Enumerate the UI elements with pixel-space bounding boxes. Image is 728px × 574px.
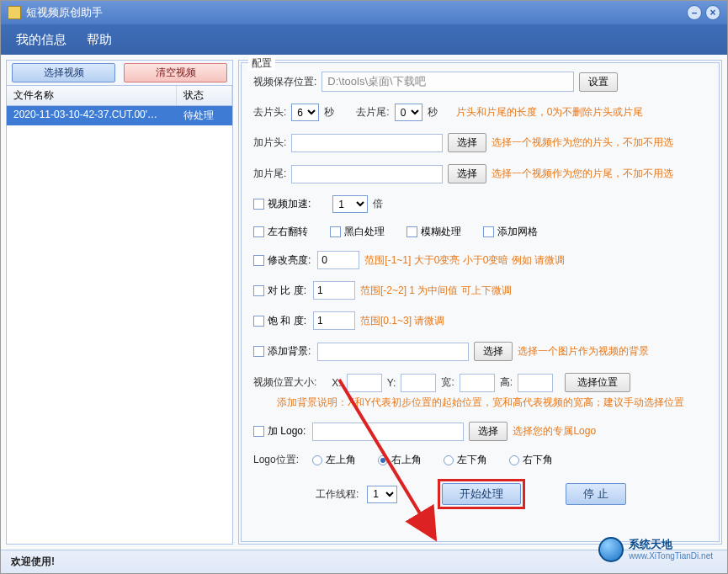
- pos-size-label: 视频位置大小:: [253, 375, 316, 390]
- clear-video-button[interactable]: 清空视频: [124, 63, 227, 82]
- add-tail-input[interactable]: [291, 165, 443, 183]
- pos-y-input[interactable]: [401, 374, 436, 392]
- logo-pick-button[interactable]: 选择: [469, 422, 507, 441]
- radio-bottom-left[interactable]: 左下角: [444, 453, 487, 467]
- minimize-button[interactable]: –: [687, 5, 702, 20]
- add-head-pick-button[interactable]: 选择: [448, 133, 486, 152]
- file-table-header: 文件名称 状态: [7, 86, 232, 106]
- saturation-input[interactable]: [313, 311, 355, 330]
- watermark: 系统天地 www.XiTongTianDi.net: [598, 537, 713, 562]
- pos-pick-button[interactable]: 选择位置: [565, 373, 630, 392]
- file-table: 文件名称 状态 2020-11-03-10-42-37.CUT.00'… 待处理: [7, 86, 232, 544]
- checkbox-icon: [253, 255, 264, 266]
- contrast-input[interactable]: [313, 281, 355, 300]
- saturation-hint: 范围[0.1~3] 请微调: [360, 314, 444, 328]
- close-button[interactable]: ×: [705, 5, 720, 20]
- table-row[interactable]: 2020-11-03-10-42-37.CUT.00'… 待处理: [7, 106, 232, 125]
- add-head-input[interactable]: [291, 134, 443, 152]
- checkbox-icon: [483, 226, 494, 237]
- pos-hint: 添加背景说明：X和Y代表初步位置的起始位置，宽和高代表视频的宽高；建议手动选择位…: [277, 396, 684, 410]
- pos-h-input[interactable]: [518, 374, 553, 392]
- radio-icon: [509, 455, 519, 465]
- file-list-panel: 选择视频 清空视频 文件名称 状态 2020-11-03-10-42-37.CU…: [6, 60, 233, 545]
- file-toolbar: 选择视频 清空视频: [7, 61, 232, 86]
- watermark-title: 系统天地: [629, 539, 713, 550]
- grid-checkbox[interactable]: 添加网格: [483, 225, 538, 239]
- pos-y-label: Y:: [387, 377, 396, 389]
- pos-w-label: 宽:: [441, 375, 454, 390]
- radio-icon: [378, 455, 388, 465]
- sec-unit-2: 秒: [428, 105, 438, 120]
- speed-unit: 倍: [373, 197, 383, 211]
- bw-checkbox[interactable]: 黑白处理: [330, 225, 385, 239]
- brightness-input[interactable]: [317, 251, 359, 269]
- pos-h-label: 高:: [500, 375, 513, 390]
- save-path-input[interactable]: [321, 72, 574, 92]
- brightness-checkbox[interactable]: 修改亮度:: [253, 253, 311, 268]
- menu-my-info[interactable]: 我的信息: [16, 32, 66, 48]
- radio-icon: [312, 455, 322, 465]
- radio-bottom-right[interactable]: 右下角: [509, 453, 553, 467]
- contrast-hint: 范围[-2~2] 1 为中间值 可上下微调: [360, 284, 512, 298]
- column-status: 状态: [177, 86, 232, 105]
- trim-start-label: 去片头:: [253, 105, 286, 120]
- status-text: 欢迎使用!: [11, 555, 55, 569]
- stop-button[interactable]: 停 止: [566, 483, 626, 505]
- logo-checkbox[interactable]: 加 Logo:: [253, 424, 306, 438]
- start-highlight: 开始处理: [438, 479, 525, 509]
- radio-top-right[interactable]: 右上角: [378, 453, 422, 467]
- add-head-label: 加片头:: [253, 136, 286, 150]
- config-panel: 配置 视频保存位置: 设置 去片头: 6 秒 去片尾: 0 秒 片头和片尾的长度…: [238, 60, 722, 545]
- contrast-checkbox[interactable]: 对 比 度:: [253, 284, 306, 298]
- background-checkbox[interactable]: 添加背景:: [253, 344, 311, 359]
- checkbox-icon: [253, 285, 264, 296]
- globe-icon: [598, 537, 624, 562]
- speed-select[interactable]: 1: [332, 195, 368, 213]
- add-tail-hint: 选择一个视频作为您的片尾，不加不用选: [492, 167, 673, 181]
- watermark-url: www.XiTongTianDi.net: [629, 551, 713, 561]
- checkbox-icon: [407, 226, 417, 237]
- save-path-label: 视频保存位置:: [253, 75, 316, 89]
- logo-input[interactable]: [312, 423, 464, 441]
- pos-x-input[interactable]: [347, 374, 382, 392]
- radio-icon: [444, 455, 454, 465]
- menu-help[interactable]: 帮助: [87, 32, 112, 48]
- blur-checkbox[interactable]: 模糊处理: [407, 225, 461, 239]
- trim-end-label: 去片尾:: [356, 105, 389, 120]
- app-title: 短视频原创助手: [26, 5, 683, 20]
- radio-top-left[interactable]: 左上角: [312, 453, 356, 467]
- threads-label: 工作线程:: [316, 487, 359, 502]
- title-bar: 短视频原创助手 – ×: [1, 1, 727, 24]
- add-tail-pick-button[interactable]: 选择: [448, 164, 486, 183]
- checkbox-icon: [253, 426, 264, 437]
- background-pick-button[interactable]: 选择: [474, 342, 513, 361]
- pos-w-input[interactable]: [460, 374, 495, 392]
- start-button[interactable]: 开始处理: [442, 483, 521, 505]
- flip-checkbox[interactable]: 左右翻转: [253, 225, 308, 239]
- pos-x-label: X:: [332, 377, 341, 389]
- config-legend: 配置: [248, 56, 275, 71]
- trim-hint: 片头和片尾的长度，0为不删除片头或片尾: [456, 105, 644, 120]
- saturation-checkbox[interactable]: 饱 和 度:: [253, 314, 306, 328]
- logo-pos-label: Logo位置:: [253, 453, 299, 467]
- config-group: 配置 视频保存位置: 设置 去片头: 6 秒 去片尾: 0 秒 片头和片尾的长度…: [241, 62, 720, 542]
- content-area: 选择视频 清空视频 文件名称 状态 2020-11-03-10-42-37.CU…: [1, 55, 727, 550]
- select-video-button[interactable]: 选择视频: [12, 63, 115, 82]
- trim-end-select[interactable]: 0: [395, 104, 422, 121]
- checkbox-icon: [253, 346, 264, 357]
- set-path-button[interactable]: 设置: [579, 72, 618, 92]
- checkbox-icon: [330, 226, 341, 237]
- cell-status: 待处理: [177, 106, 232, 125]
- threads-select[interactable]: 1: [367, 486, 397, 503]
- cell-filename: 2020-11-03-10-42-37.CUT.00'…: [7, 106, 177, 125]
- app-window: 短视频原创助手 – × 我的信息 帮助 选择视频 清空视频 文件名称 状态 20…: [0, 0, 728, 574]
- background-input[interactable]: [317, 343, 469, 361]
- app-icon: [8, 6, 21, 19]
- checkbox-icon: [253, 226, 264, 237]
- trim-start-select[interactable]: 6: [291, 104, 319, 121]
- speed-checkbox[interactable]: 视频加速:: [253, 197, 311, 211]
- brightness-hint: 范围[-1~1] 大于0变亮 小于0变暗 例如 请微调: [364, 253, 565, 268]
- background-hint: 选择一个图片作为视频的背景: [518, 344, 649, 359]
- column-filename: 文件名称: [7, 86, 177, 105]
- menu-bar: 我的信息 帮助: [1, 24, 727, 55]
